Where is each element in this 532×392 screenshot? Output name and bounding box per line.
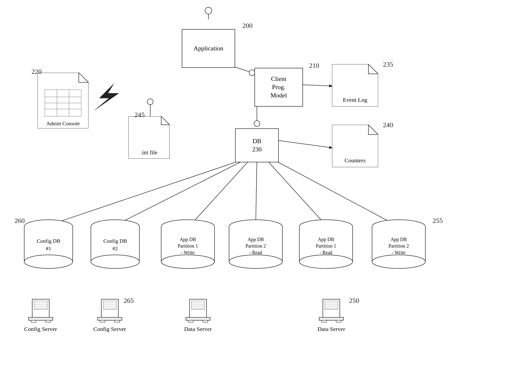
app-db-p1-read-cylinder: App DBPartition 1- Read — [298, 218, 354, 269]
ini-file-doc: .ini file — [128, 116, 170, 159]
application-box: Application — [182, 29, 235, 68]
config-db1-refnum: 260 — [15, 217, 25, 225]
config-server2-refnum: 265 — [124, 297, 134, 305]
svg-rect-88 — [203, 320, 208, 322]
app-db-p1-write-cylinder: App DBPartition 1- Write — [160, 218, 216, 269]
config-db1-label: Config DB#1 — [23, 237, 74, 252]
client-prog-model-box: Client Prog. Model — [254, 68, 303, 107]
svg-point-9 — [147, 99, 153, 105]
svg-rect-89 — [323, 299, 340, 317]
event-log-doc: Event Log — [332, 64, 378, 107]
svg-rect-67 — [31, 320, 36, 322]
svg-point-48 — [229, 255, 282, 268]
event-log-label: Event Log — [332, 96, 378, 104]
svg-line-15 — [256, 160, 257, 225]
app-db-p2-read-cylinder: App DBPartition 2- Read — [228, 218, 284, 269]
admin-console-refnum: 220 — [32, 68, 42, 76]
svg-rect-79 — [190, 299, 206, 317]
application-refnum: 200 — [242, 22, 253, 30]
config-server2-label: Config Server — [93, 326, 126, 332]
svg-point-33 — [24, 255, 73, 268]
data-server1-icon: Data Server — [184, 298, 212, 332]
counters-refnum: 240 — [383, 121, 393, 129]
app-db-p2-read-label: App DBPartition 2- Read — [228, 236, 284, 256]
db-box: DB 230 — [235, 128, 279, 162]
data-server1-label: Data Server — [184, 326, 212, 332]
svg-line-17 — [274, 160, 396, 225]
svg-line-14 — [190, 160, 250, 225]
svg-point-2 — [205, 7, 212, 14]
client-prog-model-refnum: 210 — [309, 62, 319, 70]
svg-point-5 — [254, 121, 260, 126]
client-prog-model-label: Client Prog. Model — [270, 75, 287, 99]
event-log-refnum: 235 — [383, 61, 393, 68]
svg-line-4 — [303, 85, 332, 86]
svg-rect-97 — [322, 320, 326, 322]
svg-line-8 — [279, 141, 332, 148]
svg-point-3 — [249, 70, 255, 76]
application-label: Application — [194, 44, 223, 53]
svg-line-16 — [267, 160, 326, 225]
svg-rect-87 — [188, 320, 193, 322]
svg-rect-59 — [32, 299, 49, 317]
data-server2-icon: Data Server — [318, 298, 345, 332]
lightning-bolt — [85, 82, 133, 111]
data-server2-label: Data Server — [318, 326, 345, 332]
diagram: Application 200 Client Prog. Model 210 D… — [0, 0, 532, 392]
counters-doc: Counters — [332, 125, 378, 167]
svg-point-38 — [91, 255, 139, 268]
svg-point-43 — [161, 255, 214, 268]
connection-lines — [0, 0, 532, 392]
svg-point-58 — [372, 255, 425, 268]
counters-label: Counters — [332, 157, 378, 164]
config-db2-label: Config DB#2 — [90, 237, 141, 252]
admin-console-label: Admin Console — [38, 120, 88, 127]
svg-line-13 — [115, 160, 245, 225]
app-db-p1-read-label: App DBPartition 1- Read — [298, 236, 354, 256]
config-db1-cylinder: Config DB#1 — [23, 218, 74, 269]
svg-marker-28 — [95, 84, 119, 110]
config-db2-cylinder: Config DB#2 — [90, 218, 141, 269]
app-db-p2-write-refnum: 255 — [433, 217, 443, 225]
ini-file-label: .ini file — [128, 149, 170, 156]
admin-console-doc: Admin Console — [38, 73, 88, 128]
svg-rect-77 — [100, 320, 105, 322]
app-db-p2-write-label: App DBPartition 2- Write — [371, 236, 427, 256]
data-server2-refnum: 250 — [349, 297, 359, 305]
svg-rect-68 — [46, 320, 50, 322]
svg-point-53 — [299, 255, 353, 268]
config-server2-icon: Config Server — [93, 298, 126, 332]
config-server1-label: Config Server — [24, 326, 57, 332]
db-label: DB 230 — [252, 137, 262, 154]
config-server1-icon: Config Server — [24, 298, 57, 332]
app-db-p2-write-cylinder: App DBPartition 2- Write — [371, 218, 427, 269]
ini-file-refnum: 245 — [135, 111, 145, 119]
svg-rect-78 — [115, 320, 119, 322]
app-db-p1-write-label: App DBPartition 1- Write — [160, 236, 216, 256]
svg-rect-98 — [336, 320, 341, 322]
svg-rect-69 — [101, 299, 118, 317]
svg-line-12 — [48, 160, 242, 225]
